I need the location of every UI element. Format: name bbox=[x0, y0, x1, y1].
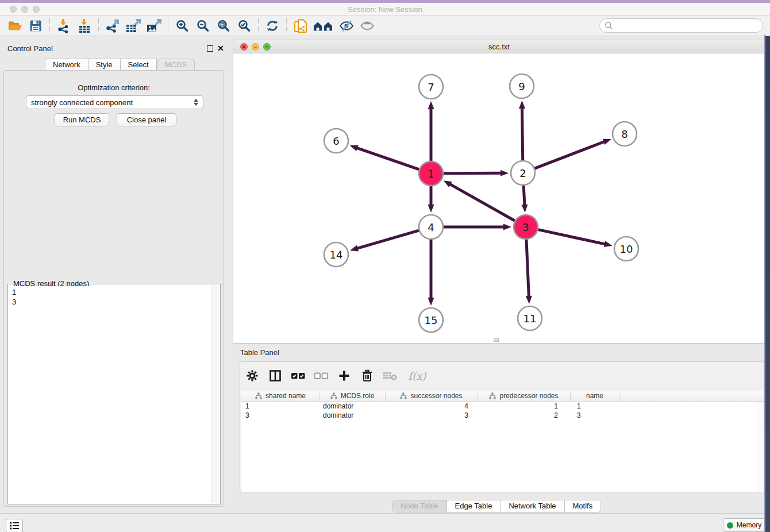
tab-edge-table[interactable]: Edge Table bbox=[446, 500, 500, 512]
graph-node-label-7: 7 bbox=[428, 81, 434, 93]
toolbar-separator bbox=[98, 18, 99, 33]
table-cell[interactable]: 3 bbox=[571, 411, 619, 420]
copy-style-icon[interactable] bbox=[290, 17, 311, 34]
delete-row-icon[interactable] bbox=[360, 368, 375, 383]
zoom-in-icon[interactable] bbox=[172, 17, 192, 34]
zoom-fit-icon[interactable] bbox=[213, 17, 234, 34]
table-settings-icon[interactable] bbox=[245, 368, 260, 383]
export-network-icon[interactable] bbox=[102, 17, 123, 34]
column-header-predecessor-nodes[interactable]: predecessor nodes bbox=[478, 391, 571, 401]
show-columns-icon[interactable] bbox=[268, 368, 283, 383]
graph-edge-arrowhead bbox=[428, 101, 434, 109]
graph-edge-1-6[interactable] bbox=[356, 148, 419, 169]
task-history-button[interactable] bbox=[6, 519, 23, 532]
window-edge-highlight bbox=[764, 34, 765, 532]
graph-edge-3-11[interactable] bbox=[526, 240, 529, 297]
open-session-icon[interactable] bbox=[5, 17, 25, 34]
mcds-result-line: 3 bbox=[12, 297, 211, 307]
fx-label: f(x) bbox=[409, 370, 426, 382]
close-panel-icon[interactable]: ✕ bbox=[217, 44, 224, 53]
network-window-titlebar: ✕ − + scc.txt bbox=[233, 40, 765, 53]
canvas-resize-handle[interactable] bbox=[494, 338, 499, 342]
tab-motifs[interactable]: Motifs bbox=[564, 500, 601, 512]
table-row-2[interactable]: 3dominator323 bbox=[241, 411, 764, 420]
home-layout-icon[interactable] bbox=[311, 17, 336, 34]
tab-network[interactable]: Network bbox=[45, 59, 88, 71]
tab-network-table[interactable]: Network Table bbox=[500, 500, 564, 512]
graph-edge-arrowhead bbox=[521, 205, 528, 213]
mcds-panel: Optimization criterion: strongly connect… bbox=[3, 70, 224, 507]
close-panel-button[interactable]: Close panel bbox=[117, 113, 176, 126]
refresh-icon[interactable] bbox=[262, 17, 283, 34]
graph-edge-2-3[interactable] bbox=[523, 186, 525, 206]
graph-edge-2-8[interactable] bbox=[535, 141, 605, 168]
graph-edge-3-10[interactable] bbox=[538, 230, 605, 244]
table-cell[interactable]: 3 bbox=[242, 411, 319, 420]
column-header-label: MCDS role bbox=[341, 392, 375, 400]
table-panel-title: Table Panel bbox=[240, 348, 279, 357]
table-cell[interactable]: 3 bbox=[386, 411, 478, 420]
mcds-result-box: MCDS result (2 nodes) 13 bbox=[7, 284, 221, 504]
zoom-selected-icon[interactable] bbox=[234, 17, 255, 34]
control-panel-title: Control Panel bbox=[7, 44, 53, 53]
table-cell[interactable]: 1 bbox=[571, 402, 619, 411]
deselect-all-icon[interactable] bbox=[314, 368, 329, 383]
tab-style[interactable]: Style bbox=[88, 59, 121, 71]
graph-edge-arrowhead bbox=[604, 241, 613, 247]
toolbar-separator bbox=[258, 18, 259, 33]
graph-edge-arrowhead bbox=[526, 296, 532, 304]
graph-edge-arrowhead bbox=[428, 205, 434, 213]
show-eye-icon[interactable] bbox=[357, 17, 378, 34]
search-input[interactable] bbox=[613, 21, 763, 30]
table-header-row: shared nameMCDS rolesuccessor nodesprede… bbox=[241, 391, 764, 402]
mcds-result-text[interactable]: 13 bbox=[9, 286, 211, 503]
graph-node-label-6: 6 bbox=[333, 135, 339, 147]
add-row-icon[interactable] bbox=[337, 368, 352, 383]
import-table-icon[interactable] bbox=[74, 17, 95, 34]
graph-svg: 7968124314101511 bbox=[233, 53, 765, 343]
table-cell[interactable]: 1 bbox=[242, 402, 319, 411]
memory-label: Memory bbox=[737, 521, 761, 529]
graph-edge-4-14[interactable] bbox=[357, 230, 419, 249]
import-network-icon[interactable] bbox=[53, 17, 74, 34]
mcds-result-scrollbar[interactable] bbox=[211, 286, 219, 503]
select-all-icon[interactable] bbox=[291, 368, 306, 383]
table-panel: Table Panel ✕ bbox=[233, 345, 765, 513]
column-header-label: name bbox=[586, 392, 603, 400]
optimization-criterion-label: Optimization criterion: bbox=[4, 83, 224, 92]
table-cell[interactable]: 4 bbox=[386, 402, 478, 411]
function-builder-icon: f(x) bbox=[406, 368, 429, 383]
graph-edge-1-2[interactable] bbox=[444, 173, 502, 174]
export-image-icon[interactable] bbox=[144, 17, 164, 34]
run-mcds-button[interactable]: Run MCDS bbox=[55, 113, 109, 126]
tab-select[interactable]: Select bbox=[121, 59, 157, 71]
criterion-dropdown[interactable]: strongly connected component bbox=[26, 95, 203, 109]
graph-edge-2-9[interactable] bbox=[522, 107, 522, 160]
column-header-successor-nodes[interactable]: successor nodes bbox=[386, 391, 478, 401]
column-type-icon bbox=[400, 392, 407, 399]
tab-node-table[interactable]: Node Table bbox=[392, 500, 446, 512]
hide-eye-icon[interactable] bbox=[336, 17, 357, 34]
control-panel-header: Control Panel ✕ bbox=[0, 44, 228, 54]
column-header-shared-name[interactable]: shared name bbox=[242, 391, 319, 401]
memory-button[interactable]: Memory bbox=[723, 518, 765, 532]
network-canvas[interactable]: 7968124314101511 bbox=[233, 53, 765, 343]
window-title: Session: New Session bbox=[0, 5, 770, 14]
column-header-name[interactable]: name bbox=[571, 391, 619, 401]
table-cell[interactable]: dominator bbox=[319, 411, 386, 420]
screen: Session: New Session bbox=[0, 0, 770, 532]
graph-node-label-2: 2 bbox=[519, 167, 526, 179]
table-scrollbar[interactable] bbox=[757, 402, 764, 492]
table-cell[interactable]: 1 bbox=[478, 402, 571, 411]
column-header-MCDS-role[interactable]: MCDS role bbox=[319, 391, 386, 401]
table-cell[interactable]: dominator bbox=[319, 402, 386, 411]
graph-edge-3-1[interactable] bbox=[449, 184, 515, 221]
zoom-out-icon[interactable] bbox=[192, 17, 213, 34]
dropdown-stepper-icon bbox=[194, 99, 198, 106]
table-row-1[interactable]: 1dominator411 bbox=[241, 402, 764, 411]
export-table-icon[interactable] bbox=[123, 17, 144, 34]
float-panel-icon[interactable] bbox=[207, 45, 213, 52]
table-cell[interactable]: 2 bbox=[478, 411, 571, 420]
column-header-label: shared name bbox=[265, 392, 306, 400]
save-session-icon[interactable] bbox=[25, 17, 46, 34]
